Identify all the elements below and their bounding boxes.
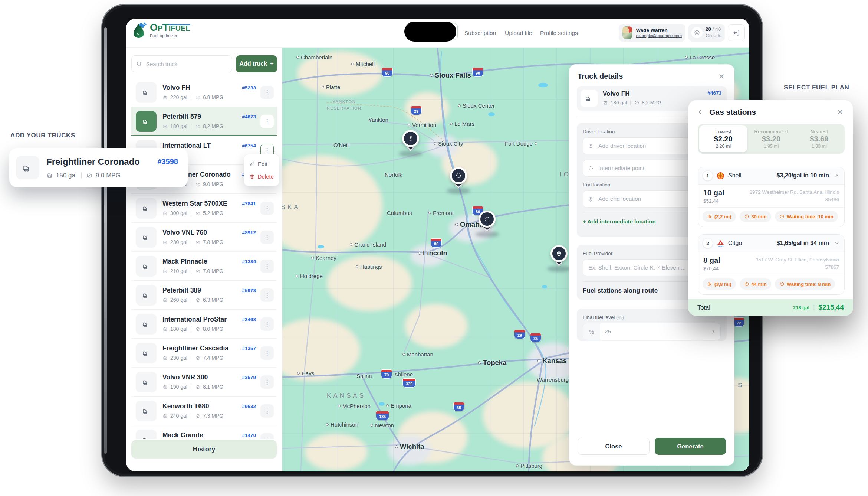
logout-button[interactable] [728, 24, 745, 41]
map-city-label: Mitchell [351, 61, 375, 67]
truck-menu-button[interactable]: ⋮ [260, 202, 274, 215]
map-city-label: Sioux City [434, 140, 463, 147]
nav-link-subscription[interactable]: Subscription [464, 19, 496, 48]
gas-stations-title: Gas stations [709, 108, 756, 117]
user-chip[interactable]: Wade Warren example@example.com [619, 24, 685, 42]
truck-list-item[interactable]: Freightliner Cascadia230 gal7.4 MPG#1357… [131, 339, 277, 368]
truck-icon [136, 198, 157, 219]
price-tab-nearest[interactable]: Nearest$3.691.33 mi [795, 125, 843, 152]
truck-menu-button[interactable]: ⋮ [260, 288, 274, 302]
truck-list-item[interactable]: Kenworth T680240 gal7.3 MPG#9632⋮ [131, 397, 277, 425]
redacted-pill [404, 22, 456, 42]
add-truck-button[interactable]: Add truck+ [236, 55, 277, 72]
truck-list-item[interactable]: Peterbilt 579180 gal8,2 MPG#4673⋮ [131, 107, 277, 136]
station-header[interactable]: 1Shell$3,20/gal in 10 min [698, 167, 844, 185]
city-dot [350, 243, 352, 246]
map-state-label: KANSAS [327, 392, 366, 399]
truck-list-item[interactable]: International ProStar180 gal8.0 MPG#2468… [131, 310, 277, 339]
map-city-label: Sioux Falls [430, 71, 471, 79]
chevron-up-icon[interactable] [834, 173, 840, 179]
total-amount: $215,44 [818, 303, 844, 311]
plus-icon: + [270, 61, 273, 67]
truck-icon [136, 314, 157, 335]
station-brand: Shell [728, 172, 773, 179]
city-dot [297, 372, 300, 375]
map-area-label: YANKTONRESERVATION [327, 99, 362, 111]
truck-sidebar: Add truck+ Volvo FH220 gal6.8 MPG#5233⋮P… [126, 48, 282, 471]
chevron-right-icon[interactable] [710, 329, 720, 335]
truck-icon [581, 90, 598, 107]
total-gallons: 218 gal [793, 305, 809, 310]
truck-menu-button[interactable]: ⋮ [260, 115, 274, 128]
truck-specs: 230 gal7.8 MPG [162, 239, 223, 245]
truck-list-item[interactable]: Volvo FH220 gal6.8 MPG#5233⋮ [131, 78, 277, 107]
city-dot [371, 424, 373, 427]
station-rate: $1,65/gal in 34 min [777, 240, 829, 247]
driver-pin-icon [404, 132, 417, 145]
truck-menu-button[interactable]: ⋮ [260, 375, 274, 389]
close-icon[interactable]: ✕ [835, 107, 845, 117]
truck-menu-button[interactable]: ⋮ [260, 404, 274, 418]
person-pin-icon [588, 143, 594, 149]
price-tab-lowest[interactable]: Lowest$2.202.20 mi [699, 125, 747, 152]
truck-id: #2468 [242, 317, 256, 322]
station-address: 2972 Westheimer Rd. Santa Ana, Illinois8… [750, 189, 839, 204]
truck-menu-button[interactable]: ⋮ [260, 433, 274, 439]
credits-chip[interactable]: 20 / 40Credits [688, 24, 725, 42]
truck-id: #4673 [242, 114, 256, 120]
trash-icon [249, 174, 255, 179]
truck-menu-button[interactable]: ⋮ [260, 86, 274, 99]
truck-list-item[interactable]: Mack Granite#1470⋮ [131, 425, 277, 439]
truck-specs: 180 gal8,2 MPG [162, 123, 223, 129]
history-button[interactable]: History [131, 440, 277, 459]
truck-id: #1470 [242, 433, 256, 438]
chevron-down-icon[interactable] [834, 240, 840, 246]
generate-button[interactable]: Generate [655, 438, 726, 455]
station-header[interactable]: 2CITGOCitgo$1,65/gal in 34 min [698, 235, 844, 252]
truck-menu-button[interactable]: ⋮ [260, 231, 274, 244]
city-dot [478, 361, 481, 364]
page: ADD YOUR TRUCKS SELECT FUEL PLAN OPTIFUE… [0, 0, 868, 496]
truck-list-item[interactable]: Volvo VNL 760230 gal7.8 MPG#8912⋮ [131, 223, 277, 252]
search-input[interactable] [145, 61, 227, 68]
map-city-label: Platte [322, 84, 340, 90]
nav-link-profile-settings[interactable]: Profile settings [540, 19, 578, 48]
user-email[interactable]: example@example.com [636, 33, 682, 38]
interstate-shield-icon: 72 [733, 317, 744, 327]
truck-list-item[interactable]: Western Star 5700XE300 gal5.2 MPG#7841⋮ [131, 194, 277, 223]
truck-name: Volvo VNL 760 [162, 229, 207, 236]
truck-name: Western Star 5700XE [162, 200, 227, 208]
map-city-label: Topeka [478, 359, 506, 367]
app-screen: OPTIFUEL Fuel optimizer SubscriptionUplo… [126, 19, 749, 471]
close-icon[interactable]: ✕ [716, 71, 727, 82]
truck-icon [16, 156, 39, 179]
close-button[interactable]: Close [578, 438, 650, 455]
truck-specs: 230 gal7.4 MPG [162, 355, 223, 361]
map-water [542, 285, 547, 288]
truck-menu-button[interactable]: ⋮ [260, 260, 274, 273]
map-city-label: Manhattan [402, 351, 433, 358]
truck-list-item[interactable]: Peterbilt 389260 gal6.3 MPG#5678⋮ [131, 281, 277, 310]
final-fuel-input[interactable] [600, 328, 710, 335]
interstate-shield-icon: 70 [381, 369, 392, 379]
city-dot [450, 123, 453, 125]
map-city-label: Hastings [356, 264, 382, 270]
truck-search[interactable] [131, 55, 232, 72]
truck-list-item[interactable]: Mack Pinnacle210 gal7.0 MPG#1234⋮ [131, 252, 277, 281]
back-chevron-icon[interactable] [697, 108, 704, 117]
truck-list-item[interactable]: Volvo VNR 300190 gal8.1 MPG#3579⋮ [131, 368, 277, 397]
city-dot [322, 86, 324, 88]
edit-menu-item[interactable]: Edit [247, 157, 276, 170]
price-tab-recommended[interactable]: Recommended$3.201.95 mi [747, 125, 795, 152]
pin-shadow [447, 188, 470, 194]
map-city-label: Warrensburg [537, 376, 573, 383]
station-tag: Waiting time: 10 min [775, 211, 838, 222]
truck-menu-button[interactable]: ⋮ [260, 346, 274, 360]
station-gallons: 8 gal [703, 256, 720, 265]
final-fuel-field[interactable]: % [583, 323, 721, 340]
station-tags: (2,2 mi)30 minWaiting time: 10 min [698, 207, 844, 225]
nav-link-upload-file[interactable]: Upload file [505, 19, 532, 48]
delete-menu-item[interactable]: Delete [247, 170, 276, 183]
truck-menu-button[interactable]: ⋮ [260, 317, 274, 331]
station-tag: 30 min [740, 211, 771, 222]
